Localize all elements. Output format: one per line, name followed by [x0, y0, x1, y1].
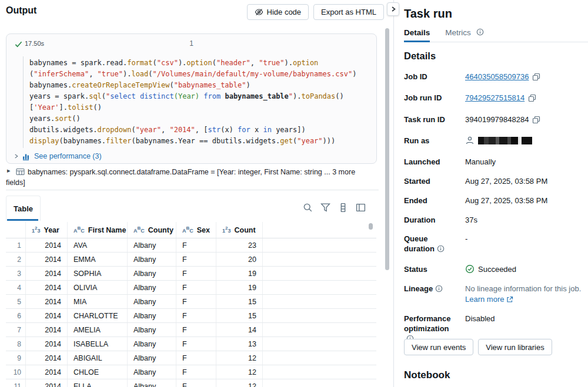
- code-line: years.sort(): [29, 113, 376, 124]
- table-row[interactable]: 112014ELLAAlbanyF12: [6, 379, 376, 387]
- code-line: babynames.createOrReplaceTempView("babyn…: [29, 80, 376, 91]
- table-row[interactable]: 72014AMELIAAlbanyF14: [6, 323, 376, 337]
- export-html-label: Export as HTML: [321, 8, 376, 16]
- column-header-count[interactable]: 123Count: [216, 222, 263, 238]
- numeric-type-icon: 123: [222, 226, 230, 234]
- field-label: Lineage: [404, 284, 463, 294]
- field-label: Task run ID: [404, 115, 463, 124]
- field-label: Duration: [404, 215, 463, 225]
- panel-buttons: View run events View run libraries: [404, 339, 552, 355]
- copy-icon[interactable]: [528, 94, 536, 102]
- column-header-year[interactable]: 123Year: [26, 222, 68, 238]
- expand-chevron-icon: [14, 153, 19, 159]
- dataframe-summary: babynames: pyspark.sql.connect.dataframe…: [6, 167, 379, 188]
- column-header-sex[interactable]: ABCSex: [176, 222, 216, 238]
- succeeded-check-icon: [465, 264, 475, 274]
- code-line: years = spark.sql("select distinct(Year)…: [29, 91, 376, 102]
- hide-code-button[interactable]: Hide code: [247, 4, 309, 20]
- table-row[interactable]: 42014OLIVIAAlbanyF19: [6, 281, 376, 295]
- see-performance-row[interactable]: See performance (3): [14, 152, 376, 160]
- table-row[interactable]: 92014ABIGAILAlbanyF12: [6, 351, 376, 365]
- numeric-type-icon: 123: [32, 226, 40, 234]
- field-label: Launched: [404, 157, 463, 167]
- lineage-message: No lineage information for this job.: [465, 284, 581, 293]
- field-label: Queue duration: [404, 234, 453, 254]
- see-performance-link: See performance (3): [34, 152, 102, 160]
- details-fields: Job ID464035058509736Job run ID794295275…: [404, 0, 582, 387]
- dataframe-result-row[interactable]: ▸ babynames: pyspark.sql.connect.datafra…: [6, 167, 379, 190]
- field-label: Status: [404, 264, 463, 274]
- table-scrollbar[interactable]: [369, 223, 373, 230]
- field-value: Aug 27, 2025, 03:58 PM: [465, 196, 547, 206]
- code-line: babynames = spark.read.format("csv").opt…: [29, 58, 376, 69]
- field-value: Disabled: [465, 314, 495, 324]
- table-header-row: 123YearABCFirst NameABCCountyABCSex123Co…: [6, 222, 376, 238]
- code-block[interactable]: babynames = spark.read.format("csv").opt…: [23, 56, 376, 148]
- column-header-first-name[interactable]: ABCFirst Name: [68, 222, 128, 238]
- eye-off-icon: [255, 8, 263, 16]
- cell-number: 1: [189, 39, 193, 48]
- copy-icon[interactable]: [532, 116, 540, 124]
- field-value: 37s: [465, 215, 477, 226]
- code-line: dbutils.widgets.dropdown("year", "2014",…: [29, 124, 376, 136]
- table-row[interactable]: 12014AVAAlbanyF23: [6, 238, 376, 253]
- table-row[interactable]: 62014CHARLOTTEAlbanyF15: [6, 309, 376, 323]
- success-check-icon: [15, 41, 22, 48]
- results-table: 123YearABCFirst NameABCCountyABCSex123Co…: [6, 222, 376, 387]
- expand-triangle-icon[interactable]: ▸: [7, 167, 11, 174]
- hide-code-label: Hide code: [267, 8, 302, 16]
- field-value: -: [465, 234, 467, 244]
- notebook-section-title: Notebook: [404, 369, 450, 381]
- info-icon[interactable]: [435, 285, 443, 292]
- collapse-panel-button[interactable]: [387, 2, 399, 16]
- tab-table-label: Table: [14, 204, 33, 213]
- tab-table[interactable]: Table: [6, 196, 41, 221]
- filter-icon[interactable]: [319, 201, 331, 213]
- page-title: Output: [6, 5, 36, 16]
- column-header-county[interactable]: ABCCounty: [128, 222, 176, 238]
- redacted-user-name: [478, 137, 532, 144]
- field-value: Manually: [465, 157, 496, 167]
- active-tab-underline: [7, 219, 38, 221]
- task-run-page: Output Hide code Export as HTML 17.50s 1…: [0, 0, 588, 387]
- table-row[interactable]: 22014EMMAAlbanyF20: [6, 253, 376, 267]
- bar-chart-icon: [22, 152, 31, 160]
- string-type-icon: ABC: [133, 226, 145, 234]
- rows-icon[interactable]: [337, 201, 349, 213]
- output-scrollbar[interactable]: [385, 28, 389, 270]
- status-text: Succeeded: [478, 264, 516, 275]
- search-icon[interactable]: [302, 201, 313, 213]
- output-header-buttons: Hide code Export as HTML: [247, 4, 384, 20]
- user-icon: [465, 136, 475, 145]
- string-type-icon: ABC: [74, 226, 85, 234]
- chevron-right-icon: [390, 6, 396, 12]
- task-run-panel: Task run Details Metrics Details Job ID4…: [393, 0, 588, 387]
- job-run-id-link[interactable]: 79429527515814: [465, 93, 524, 103]
- field-label: Ended: [404, 196, 463, 206]
- cell-duration: 17.50s: [25, 40, 44, 47]
- export-html-button[interactable]: Export as HTML: [313, 4, 384, 20]
- table-row[interactable]: 32014SOPHIAAlbanyF19: [6, 267, 376, 281]
- field-label: Job run ID: [404, 93, 463, 103]
- view-run-events-button[interactable]: View run events: [404, 339, 473, 355]
- result-tab-bar: Table: [6, 194, 377, 220]
- output-panel: Output Hide code Export as HTML 17.50s 1…: [0, 0, 393, 387]
- table-icon: [16, 168, 25, 176]
- table-row[interactable]: 102014CHLOEAlbanyF12: [6, 365, 376, 379]
- table-toolbar: [302, 201, 366, 213]
- view-run-libraries-button[interactable]: View run libraries: [478, 339, 552, 355]
- table-row[interactable]: 82014ISABELLAAlbanyF13: [6, 337, 376, 351]
- info-icon[interactable]: [437, 245, 445, 253]
- code-line: ['Year'].tolist(): [29, 102, 376, 113]
- field-label: Run as: [404, 136, 463, 146]
- table-row[interactable]: 52014MIAAlbanyF15: [6, 295, 376, 309]
- notebook-cell: 17.50s 1 babynames = spark.read.format("…: [6, 33, 377, 164]
- field-label: Started: [404, 176, 463, 186]
- copy-icon[interactable]: [532, 73, 540, 81]
- panel-layout-icon[interactable]: [355, 201, 366, 213]
- string-type-icon: ABC: [182, 226, 193, 234]
- learn-more-link[interactable]: Learn more: [465, 294, 513, 305]
- code-line: ("inferSchema", "true").load("/Volumes/m…: [29, 69, 376, 80]
- field-value: 394019979848284: [465, 115, 529, 125]
- job-id-link[interactable]: 464035058509736: [465, 72, 529, 82]
